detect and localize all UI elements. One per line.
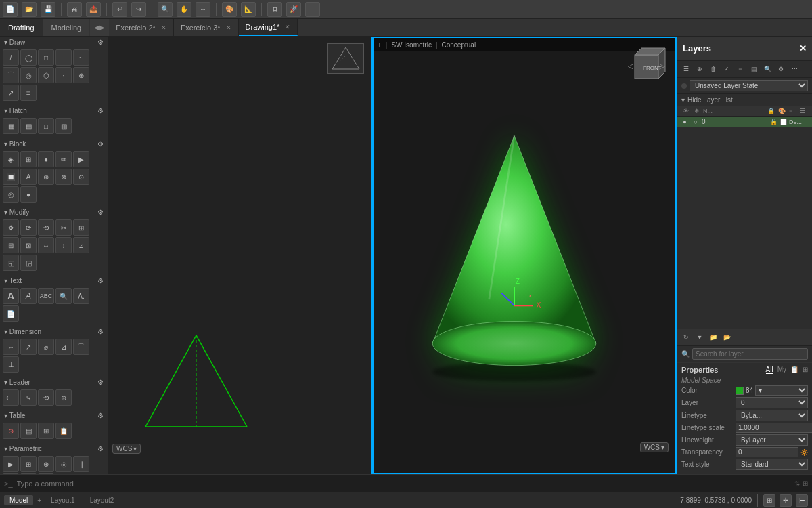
modeling-tab[interactable]: Modeling bbox=[43, 19, 91, 36]
extend-tool[interactable]: ⊞ bbox=[73, 219, 89, 236]
scale-tool[interactable]: ⟲ bbox=[38, 219, 54, 236]
ltscale-input[interactable] bbox=[736, 423, 812, 433]
color-select[interactable]: ▾ bbox=[755, 385, 808, 396]
point-tool[interactable]: · bbox=[55, 67, 72, 83]
para-collinear-tool[interactable]: ⊕ bbox=[38, 456, 54, 472]
modify-section-header[interactable]: ▾ Modify ⚙ bbox=[0, 207, 108, 218]
hatch-tool[interactable]: ▦ bbox=[3, 118, 19, 134]
tableexport-tool[interactable]: ⊞ bbox=[38, 423, 54, 439]
settings-btn[interactable]: ⚙ bbox=[267, 2, 282, 17]
ellipse-tool[interactable]: ◎ bbox=[20, 67, 37, 83]
ray-tool[interactable]: ↗ bbox=[3, 85, 19, 101]
trim-tool[interactable]: ✂ bbox=[55, 219, 72, 236]
dim-radial-tool[interactable]: ⌀ bbox=[38, 339, 54, 355]
draw-settings-icon[interactable]: ⚙ bbox=[97, 39, 104, 46]
tab-exercicio3[interactable]: Exercício 3* ✕ bbox=[174, 19, 239, 36]
block-attr-tool[interactable]: ▶ bbox=[73, 151, 89, 167]
lweight-select[interactable]: ByLayer bbox=[736, 434, 808, 446]
add-layout-btn[interactable]: + bbox=[37, 496, 41, 504]
mleader-tool[interactable]: ⤷ bbox=[20, 389, 37, 406]
text-settings-icon[interactable]: ⚙ bbox=[97, 277, 104, 284]
textstyle-select[interactable]: Standard bbox=[736, 459, 808, 470]
circle-tool[interactable]: ◯ bbox=[20, 49, 37, 66]
dim-arc-tool[interactable]: ⌒ bbox=[73, 339, 89, 355]
vp-view1[interactable]: SW Isometric bbox=[391, 41, 431, 49]
print-btn[interactable]: 🖨 bbox=[67, 2, 82, 17]
dim-linear-tool[interactable]: ↔ bbox=[3, 339, 19, 355]
stretch-tool[interactable]: ↕ bbox=[55, 237, 72, 253]
leader-settings-icon[interactable]: ⚙ bbox=[97, 379, 104, 386]
gradient-tool[interactable]: ▤ bbox=[20, 118, 37, 134]
chamfer-tool[interactable]: ◱ bbox=[3, 255, 19, 271]
edit-block-tool[interactable]: ✏ bbox=[55, 151, 72, 167]
command-input[interactable] bbox=[17, 480, 794, 488]
layout1-tab[interactable]: Layout1 bbox=[45, 495, 81, 505]
dim-settings-icon[interactable]: ⚙ bbox=[97, 328, 104, 335]
vp-view2[interactable]: Conceptual bbox=[442, 41, 476, 49]
textstyle-tool[interactable]: A. bbox=[73, 288, 89, 304]
mline-tool[interactable]: ≡ bbox=[20, 85, 37, 101]
mtext-tool[interactable]: A bbox=[3, 288, 19, 304]
draw-section-header[interactable]: ▾ Draw ⚙ bbox=[0, 37, 108, 48]
props-tab-all[interactable]: All bbox=[766, 366, 773, 374]
tab-close-2[interactable]: ✕ bbox=[161, 24, 166, 31]
model-tab[interactable]: Model bbox=[4, 495, 33, 505]
insert-table-tool[interactable]: 📋 bbox=[55, 423, 72, 439]
drafting-tab[interactable]: Drafting bbox=[0, 19, 43, 36]
layout2-tab[interactable]: Layout2 bbox=[85, 495, 120, 505]
para-lock-icon[interactable]: 🔒 bbox=[20, 473, 37, 474]
viewport-3d[interactable]: + | SW Isometric | Conceptual FRONT bbox=[372, 37, 677, 474]
insert-block-tool[interactable]: ◈ bbox=[3, 151, 19, 167]
dim-ordinate-tool[interactable]: ⊥ bbox=[3, 356, 19, 373]
open-btn[interactable]: 📂 bbox=[22, 2, 37, 17]
eattedit-tool[interactable]: ⊕ bbox=[38, 169, 54, 185]
mirror-tool[interactable]: ⊟ bbox=[3, 237, 19, 253]
tab-close-3[interactable]: ✕ bbox=[226, 24, 231, 31]
transp-input[interactable] bbox=[736, 447, 798, 457]
extra-btn[interactable]: ⋯ bbox=[305, 2, 320, 17]
attdef-tool[interactable]: A bbox=[20, 169, 37, 185]
viewport-left[interactable]: WCS ▾ bbox=[108, 37, 372, 474]
new-btn[interactable]: 📄 bbox=[3, 2, 18, 17]
hatch-settings-icon[interactable]: ⚙ bbox=[97, 107, 104, 114]
layers-close-icon[interactable]: ✕ bbox=[799, 43, 807, 54]
make-block-tool[interactable]: ⊞ bbox=[20, 151, 37, 167]
dtext-tool[interactable]: A bbox=[20, 288, 37, 304]
para-coincident-tool[interactable]: ⊞ bbox=[20, 456, 37, 472]
layer-filter-btn[interactable]: 🔍 bbox=[761, 63, 773, 75]
polyline-tool[interactable]: ⌐ bbox=[55, 49, 72, 66]
save-btn[interactable]: 💾 bbox=[41, 2, 55, 17]
layer-state-select[interactable]: Unsaved Layer State bbox=[690, 80, 808, 91]
wcs-badge-left[interactable]: WCS ▾ bbox=[112, 444, 141, 454]
rocket-btn[interactable]: 🚀 bbox=[286, 2, 301, 17]
search-layer-input[interactable] bbox=[692, 348, 808, 360]
para-dim-tool[interactable]: ≡ bbox=[38, 473, 54, 474]
rect-tool[interactable]: □ bbox=[38, 49, 54, 66]
layer-row-0[interactable]: ● ○ 0 🔓 De... bbox=[677, 117, 812, 127]
para-settings-icon[interactable]: ⚙ bbox=[97, 445, 104, 452]
folder2-btn[interactable]: 📂 bbox=[721, 331, 733, 343]
leader-tool[interactable]: ⟵ bbox=[3, 389, 19, 406]
folder-btn[interactable]: 📁 bbox=[707, 331, 719, 343]
fillet-tool[interactable]: ⊿ bbox=[73, 237, 89, 253]
mleader-add-tool[interactable]: ⊕ bbox=[55, 389, 72, 406]
find-tool[interactable]: 🔍 bbox=[55, 288, 72, 304]
hide-layer-list-row[interactable]: ▾ Hide Layer List bbox=[677, 94, 812, 106]
block-settings-icon[interactable]: ⚙ bbox=[97, 140, 104, 148]
tab-exercicio2[interactable]: Exercício 2* ✕ bbox=[109, 19, 174, 36]
props-tab-my[interactable]: My bbox=[777, 366, 786, 374]
status-grid-btn[interactable]: ⊞ bbox=[763, 494, 775, 507]
para-parallel-tool[interactable]: ∥ bbox=[73, 456, 89, 472]
xline-tool[interactable]: ⊕ bbox=[73, 67, 89, 83]
linetype-select[interactable]: ByLa... bbox=[736, 410, 808, 421]
new-layer-btn[interactable]: ☰ bbox=[680, 63, 692, 75]
measure-btn[interactable]: 📐 bbox=[241, 2, 256, 17]
dim-angular-tool[interactable]: ⊿ bbox=[55, 339, 72, 355]
modify-settings-icon[interactable]: ⚙ bbox=[97, 209, 104, 216]
table-tool[interactable]: ⊙ bbox=[3, 423, 19, 439]
dim-aligned-tool[interactable]: ↗ bbox=[20, 339, 37, 355]
polygon-tool[interactable]: ⬡ bbox=[38, 67, 54, 83]
parametric-section-header[interactable]: ▾ Parametric ⚙ bbox=[0, 443, 108, 454]
attext-tool[interactable]: ⊙ bbox=[73, 169, 89, 185]
wblock-tool[interactable]: ♦ bbox=[38, 151, 54, 167]
